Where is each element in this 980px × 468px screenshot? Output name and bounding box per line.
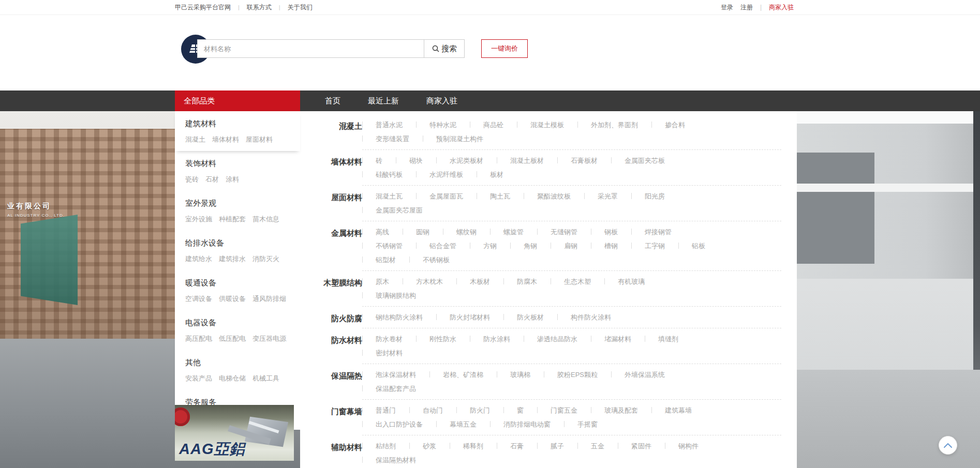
sidebar-subcategory-link[interactable]: 变压器电源 [253, 334, 286, 343]
nav-link[interactable]: 最近上新 [368, 96, 399, 106]
sidebar-subcategory-link[interactable]: 供暖设备 [219, 294, 246, 304]
sidebar-subcategory-link[interactable]: 通风防排烟 [253, 294, 286, 304]
mega-link[interactable]: 高线 [376, 228, 389, 236]
mega-link[interactable]: 螺纹钢 [456, 228, 477, 236]
mega-link[interactable]: 无缝钢管 [551, 228, 577, 236]
mega-link[interactable]: 阳光房 [645, 192, 665, 200]
mega-link[interactable]: 五金 [591, 442, 604, 450]
mega-link[interactable]: 岩棉、矿渣棉 [443, 371, 483, 379]
sidebar-category-title[interactable]: 建筑材料 [185, 119, 290, 129]
register-link[interactable]: 注册 [740, 3, 753, 12]
mega-link[interactable]: 渗透结晶防水 [537, 335, 577, 343]
sidebar-subcategory-link[interactable]: 消防灭火 [253, 254, 279, 264]
mega-link[interactable]: 扁钢 [564, 242, 577, 250]
mega-link[interactable]: 幕墙五金 [450, 420, 477, 428]
mega-link[interactable]: 普通水泥 [376, 121, 403, 129]
mega-link[interactable]: 金属面夹芯屋面 [376, 206, 423, 214]
sidebar-subcategory-link[interactable]: 低压配电 [219, 334, 246, 343]
mega-link[interactable]: 外加剂、界面剂 [591, 121, 638, 129]
mega-link[interactable]: 工字钢 [645, 242, 665, 250]
mega-link[interactable]: 钢结构防火涂料 [376, 313, 423, 321]
mega-link[interactable]: 圆钢 [416, 228, 429, 236]
mega-link[interactable]: 钢板 [604, 228, 618, 236]
mega-link[interactable]: 槽钢 [604, 242, 618, 250]
mega-link[interactable]: 聚酯波纹板 [537, 192, 571, 200]
topbar-link[interactable]: 甲己云采购平台官网 [175, 3, 231, 12]
sidebar-category-group[interactable]: 建筑材料混凝土墙体材料屋面材料 [175, 111, 300, 151]
mega-link[interactable]: 砌块 [409, 157, 423, 164]
sidebar-category-title[interactable]: 暖通设备 [185, 278, 290, 288]
mega-link[interactable]: 预制混凝土构件 [436, 135, 483, 143]
sidebar-category-title[interactable]: 给排水设备 [185, 238, 290, 248]
mega-link[interactable]: 不锈钢板 [423, 256, 450, 264]
sidebar-subcategory-link[interactable]: 机械工具 [253, 374, 279, 383]
mega-link[interactable]: 陶土瓦 [490, 192, 510, 200]
mega-link[interactable]: 密封材料 [376, 349, 403, 357]
search-input[interactable] [197, 39, 424, 58]
mega-link[interactable]: 防火门 [470, 406, 490, 414]
sidebar-subcategory-link[interactable]: 空调设备 [185, 294, 212, 304]
mega-link[interactable]: 胶粉EPS颗粒 [557, 371, 598, 379]
mega-link[interactable]: 保温隔热材料 [376, 456, 416, 464]
sidebar-subcategory-link[interactable]: 涂料 [226, 175, 239, 184]
all-categories-button[interactable]: 全部品类 [175, 90, 300, 111]
mega-link[interactable]: 保温配套产品 [376, 385, 416, 392]
mega-link[interactable]: 防水涂料 [483, 335, 510, 343]
nav-link[interactable]: 商家入驻 [426, 96, 457, 106]
mega-link[interactable]: 紧固件 [631, 442, 651, 450]
mega-link[interactable]: 玻璃棉 [510, 371, 530, 379]
mega-link[interactable]: 砂浆 [423, 442, 436, 450]
mega-link[interactable]: 螺旋管 [503, 228, 524, 236]
mega-link[interactable]: 石膏板材 [571, 157, 598, 164]
mega-link[interactable]: 硅酸钙板 [376, 171, 403, 178]
mega-link[interactable]: 混凝土瓦 [376, 192, 403, 200]
quick-quote-button[interactable]: 一键询价 [481, 39, 528, 58]
mega-link[interactable]: 不锈钢管 [376, 242, 403, 250]
sidebar-subcategory-link[interactable]: 苗木信息 [253, 215, 279, 224]
sidebar-category-title[interactable]: 其他 [185, 358, 290, 368]
mega-link[interactable]: 窗 [517, 406, 524, 414]
mega-link[interactable]: 水泥纤维板 [429, 171, 463, 178]
mega-link[interactable]: 腻子 [551, 442, 564, 450]
mega-link[interactable]: 泡沫保温材料 [376, 371, 416, 379]
mega-link[interactable]: 门窗五金 [551, 406, 577, 414]
mega-link[interactable]: 防火板材 [517, 313, 544, 321]
mega-link[interactable]: 焊接钢管 [645, 228, 672, 236]
sidebar-subcategory-link[interactable]: 墙体材料 [212, 135, 239, 144]
mega-link[interactable]: 自动门 [423, 406, 443, 414]
sidebar-category-title[interactable]: 装饰材料 [185, 159, 290, 169]
mega-link[interactable]: 钢构件 [678, 442, 699, 450]
sidebar-category-title[interactable]: 电器设备 [185, 318, 290, 328]
mega-link[interactable]: 板材 [490, 171, 503, 178]
sidebar-category-group[interactable]: 电器设备高压配电低压配电变压器电源 [175, 310, 300, 350]
mega-link[interactable]: 采光罩 [598, 192, 618, 200]
mega-link[interactable]: 特种水泥 [429, 121, 456, 129]
login-link[interactable]: 登录 [721, 3, 733, 12]
mega-link[interactable]: 防腐木 [517, 278, 537, 285]
mega-link[interactable]: 消防排烟电动窗 [503, 420, 551, 428]
mega-link[interactable]: 出入口防护设备 [376, 420, 423, 428]
sidebar-subcategory-link[interactable]: 瓷砖 [185, 175, 199, 184]
sidebar-subcategory-link[interactable]: 屋面材料 [246, 135, 273, 144]
mega-link[interactable]: 砖 [376, 157, 382, 164]
search-button[interactable]: 搜索 [424, 39, 465, 58]
mega-link[interactable]: 防水卷材 [376, 335, 403, 343]
sidebar-subcategory-link[interactable]: 安装产品 [185, 374, 212, 383]
mega-link[interactable]: 金属屋面瓦 [429, 192, 463, 200]
mega-link[interactable]: 石膏 [510, 442, 524, 450]
mega-link[interactable]: 手摇窗 [577, 420, 598, 428]
sidebar-subcategory-link[interactable]: 电梯仓储 [219, 374, 246, 383]
sidebar-subcategory-link[interactable]: 石材 [205, 175, 219, 184]
mega-link[interactable]: 填缝剂 [658, 335, 678, 343]
sidebar-category-group[interactable]: 其他安装产品电梯仓储机械工具 [175, 350, 300, 390]
mega-link[interactable]: 原木 [376, 278, 389, 285]
merchant-join-link[interactable]: 商家入驻 [769, 3, 794, 12]
mega-link[interactable]: 混凝土板材 [510, 157, 544, 164]
mega-link[interactable]: 稀释剂 [463, 442, 483, 450]
topbar-link[interactable]: 关于我们 [272, 3, 313, 12]
promo-banner[interactable]: AAG亞鋁 [175, 405, 294, 461]
mega-link[interactable]: 刚性防水 [429, 335, 456, 343]
mega-link[interactable]: 铝型材 [376, 256, 396, 264]
topbar-link[interactable]: 联系方式 [231, 3, 272, 12]
mega-link[interactable]: 方木枕木 [416, 278, 443, 285]
